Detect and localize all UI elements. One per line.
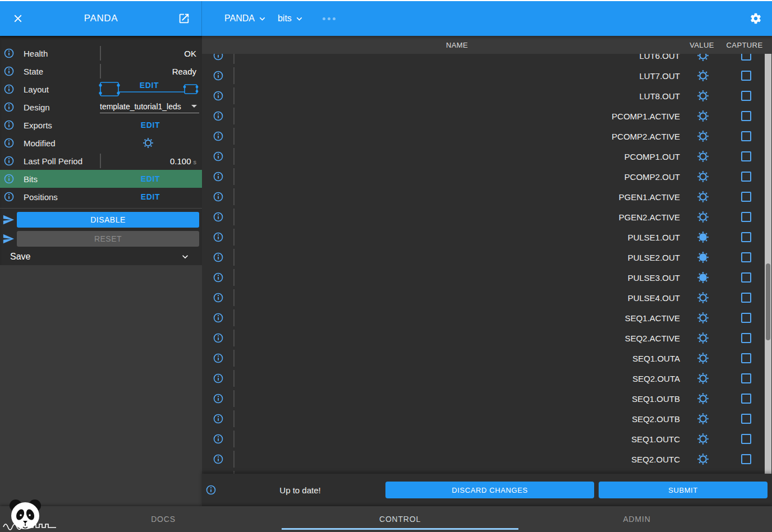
section-dropdown[interactable]: bits <box>278 13 305 24</box>
tab-admin[interactable]: ADMIN <box>518 506 755 532</box>
open-in-new-button[interactable] <box>177 12 191 25</box>
capture-checkbox[interactable] <box>741 394 751 404</box>
bit-indicator-icon <box>697 352 709 364</box>
disable-button[interactable]: DISABLE <box>17 212 199 228</box>
info-icon[interactable] <box>3 66 19 77</box>
info-icon[interactable] <box>3 173 19 184</box>
capture-checkbox[interactable] <box>741 252 751 262</box>
field-divider <box>100 154 101 168</box>
capture-checkbox[interactable] <box>741 172 751 182</box>
top-strip <box>0 0 772 1</box>
scrollbar-track[interactable] <box>765 54 771 474</box>
capture-checkbox[interactable] <box>741 272 751 283</box>
field-label: Modified <box>24 138 56 148</box>
capture-checkbox[interactable] <box>741 151 751 161</box>
edit-link[interactable]: EDIT <box>99 170 202 188</box>
bit-value-indicator <box>697 90 709 102</box>
scrollbar-thumb[interactable] <box>766 263 770 340</box>
info-icon-glyph <box>3 155 15 166</box>
info-icon-glyph <box>213 312 224 323</box>
capture-checkbox[interactable] <box>741 91 751 101</box>
info-icon[interactable] <box>213 332 224 344</box>
info-icon[interactable] <box>213 272 224 283</box>
capture-checkbox[interactable] <box>741 111 751 121</box>
info-icon[interactable] <box>213 393 224 404</box>
tab-docs[interactable]: DOCS <box>45 506 282 532</box>
table-row: SEQ2.OUTB <box>202 409 772 429</box>
capture-checkbox[interactable] <box>741 353 751 363</box>
info-icon[interactable] <box>3 191 19 202</box>
bit-name: SEQ2.OUTC <box>631 455 680 464</box>
info-icon[interactable] <box>3 155 19 166</box>
bit-name: LUT8.OUT <box>639 91 680 101</box>
info-icon[interactable] <box>213 232 224 243</box>
info-icon[interactable] <box>213 110 224 122</box>
info-icon[interactable] <box>3 119 19 131</box>
save-expander[interactable]: Save <box>0 248 202 265</box>
submit-button[interactable]: SUBMIT <box>599 482 768 498</box>
info-icon[interactable] <box>213 191 224 202</box>
info-icon-glyph <box>213 433 224 445</box>
device-dropdown[interactable]: PANDA <box>224 13 268 24</box>
block-info-panel: HealthOKStateReadyLayoutEDITDesigntempla… <box>0 36 202 265</box>
info-icon[interactable] <box>213 211 224 223</box>
info-icon-glyph <box>3 66 15 77</box>
bit-indicator-icon <box>697 433 709 445</box>
bit-name: LUT6.OUT <box>639 54 680 61</box>
info-icon[interactable] <box>3 137 19 149</box>
capture-checkbox[interactable] <box>741 71 751 81</box>
info-icon[interactable] <box>213 90 224 101</box>
settings-button[interactable] <box>749 12 762 25</box>
info-icon-glyph <box>213 54 224 61</box>
capture-checkbox[interactable] <box>741 454 751 464</box>
discard-changes-button[interactable]: DISCARD CHANGES <box>385 482 594 498</box>
field-widget: EDIT <box>99 170 202 188</box>
info-icon[interactable] <box>3 101 19 113</box>
capture-checkbox[interactable] <box>741 434 751 444</box>
info-icon[interactable] <box>213 252 224 263</box>
capture-checkbox[interactable] <box>741 313 751 323</box>
info-icon[interactable] <box>213 353 224 364</box>
more-icon[interactable] <box>323 17 336 20</box>
capture-checkbox[interactable] <box>741 212 751 222</box>
info-icon-glyph <box>213 353 224 364</box>
info-icon-glyph <box>3 119 15 131</box>
capture-checkbox[interactable] <box>741 333 751 343</box>
capture-checkbox[interactable] <box>741 192 751 202</box>
table-row: PULSE1.OUT <box>202 227 772 247</box>
info-icon[interactable] <box>213 292 224 303</box>
status-message: Up to date! <box>258 474 342 506</box>
sidebar-field-modified: Modified <box>0 134 202 152</box>
status-info-button[interactable] <box>205 484 217 496</box>
info-icon[interactable] <box>213 171 224 182</box>
info-icon[interactable] <box>213 54 224 61</box>
column-header-name: NAME <box>234 36 680 54</box>
info-icon[interactable] <box>213 433 224 445</box>
info-icon[interactable] <box>213 454 224 465</box>
info-icon[interactable] <box>213 373 224 384</box>
info-icon[interactable] <box>213 413 224 424</box>
field-widget: OK <box>99 44 202 62</box>
info-icon[interactable] <box>213 70 224 81</box>
breadcrumb-bar: PANDA bits <box>202 1 772 36</box>
capture-checkbox[interactable] <box>741 414 751 424</box>
table-row <box>202 469 772 474</box>
info-icon[interactable] <box>3 48 19 59</box>
table-body: LUT6.OUTLUT7.OUTLUT8.OUTPCOMP1.ACTIVEPCO… <box>202 54 772 474</box>
edit-link[interactable]: EDIT <box>99 81 200 90</box>
tab-control[interactable]: CONTROL <box>282 506 518 532</box>
capture-checkbox[interactable] <box>741 54 751 61</box>
bit-value-indicator <box>697 231 709 243</box>
open-in-new-icon <box>178 12 190 25</box>
info-icon[interactable] <box>213 151 224 162</box>
design-select[interactable]: template_tutorial1_leds <box>100 100 199 113</box>
info-icon[interactable] <box>3 84 19 95</box>
edit-link[interactable]: EDIT <box>99 188 202 206</box>
capture-checkbox[interactable] <box>741 293 751 303</box>
capture-checkbox[interactable] <box>741 232 751 242</box>
info-icon[interactable] <box>213 312 224 323</box>
capture-checkbox[interactable] <box>741 131 751 141</box>
capture-checkbox[interactable] <box>741 373 751 383</box>
info-icon[interactable] <box>213 131 224 142</box>
edit-link[interactable]: EDIT <box>99 116 202 134</box>
